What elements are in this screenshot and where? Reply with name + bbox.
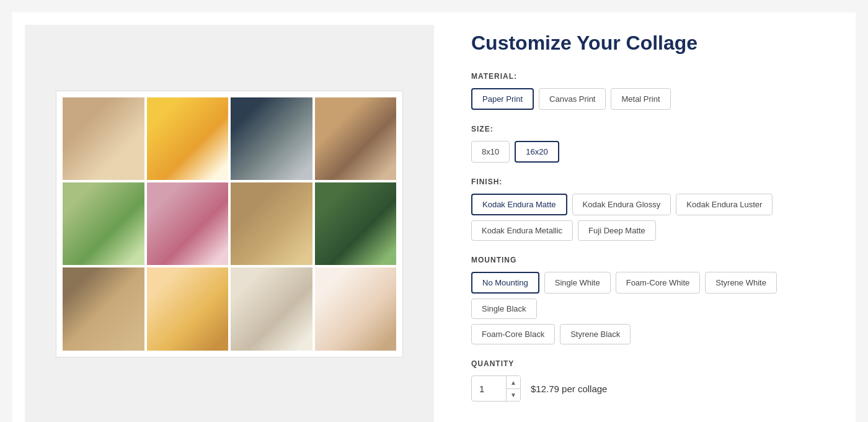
collage-photo-9 bbox=[63, 267, 144, 350]
collage-frame bbox=[56, 91, 403, 357]
option-single-white[interactable]: Single White bbox=[544, 272, 611, 294]
option-single-black[interactable]: Single Black bbox=[471, 299, 537, 319]
size-label: SIZE: bbox=[471, 125, 831, 133]
quantity-label: QUANTITY bbox=[471, 359, 831, 368]
option-no-mounting[interactable]: No Mounting bbox=[471, 272, 539, 294]
collage-photo-11 bbox=[231, 267, 312, 350]
collage-photo-5 bbox=[63, 182, 144, 265]
page-title: Customize Your Collage bbox=[471, 31, 831, 55]
collage-photo-10 bbox=[147, 267, 229, 350]
material-section: MATERIAL: Paper Print Canvas Print Metal… bbox=[471, 72, 831, 110]
option-kodak-luster[interactable]: Kodak Endura Luster bbox=[676, 194, 773, 215]
collage-photo-6 bbox=[147, 182, 229, 265]
page-container: Customize Your Collage MATERIAL: Paper P… bbox=[12, 12, 856, 422]
option-kodak-glossy[interactable]: Kodak Endura Glossy bbox=[572, 194, 671, 215]
quantity-up-button[interactable]: ▲ bbox=[507, 376, 520, 389]
collage-photo-12 bbox=[315, 267, 397, 350]
finish-options: Kodak Endura Matte Kodak Endura Glossy K… bbox=[471, 194, 831, 215]
mounting-options-row2: Foam-Core Black Styrene Black bbox=[471, 324, 831, 344]
quantity-section: QUANTITY 1 ▲ ▼ $12.79 per collage bbox=[471, 359, 831, 402]
material-label: MATERIAL: bbox=[471, 72, 831, 81]
option-foam-core-black[interactable]: Foam-Core Black bbox=[471, 324, 555, 344]
option-foam-core-white[interactable]: Foam-Core White bbox=[616, 272, 701, 294]
quantity-row: 1 ▲ ▼ $12.79 per collage bbox=[471, 375, 831, 402]
option-metal-print[interactable]: Metal Print bbox=[611, 88, 670, 110]
quantity-value: 1 bbox=[472, 384, 506, 394]
size-section: SIZE: 8x10 16x20 bbox=[471, 125, 831, 163]
size-options: 8x10 16x20 bbox=[471, 141, 831, 163]
option-fuji-deep-matte[interactable]: Fuji Deep Matte bbox=[578, 220, 656, 241]
mounting-label: MOUNTING bbox=[471, 256, 831, 264]
finish-options-row2: Kodak Endura Metallic Fuji Deep Matte bbox=[471, 220, 831, 241]
customize-panel: Customize Your Collage MATERIAL: Paper P… bbox=[459, 25, 843, 422]
price-text: $12.79 per collage bbox=[531, 384, 607, 394]
preview-panel bbox=[25, 25, 434, 422]
material-options: Paper Print Canvas Print Metal Print bbox=[471, 88, 831, 110]
mounting-section: MOUNTING No Mounting Single White Foam-C… bbox=[471, 256, 831, 344]
collage-photo-2 bbox=[147, 97, 229, 180]
collage-photo-3 bbox=[231, 97, 312, 180]
collage-photo-8 bbox=[315, 182, 397, 265]
option-styrene-white[interactable]: Styrene White bbox=[705, 272, 777, 294]
quantity-arrows: ▲ ▼ bbox=[506, 376, 520, 401]
quantity-down-button[interactable]: ▼ bbox=[507, 389, 520, 402]
mounting-options-row1: No Mounting Single White Foam-Core White… bbox=[471, 272, 831, 319]
option-styrene-black[interactable]: Styrene Black bbox=[560, 324, 631, 344]
option-kodak-matte[interactable]: Kodak Endura Matte bbox=[471, 194, 567, 215]
finish-label: FINISH: bbox=[471, 177, 831, 186]
finish-section: FINISH: Kodak Endura Matte Kodak Endura … bbox=[471, 177, 831, 241]
collage-photo-1 bbox=[63, 97, 144, 180]
option-paper-print[interactable]: Paper Print bbox=[471, 88, 534, 110]
option-canvas-print[interactable]: Canvas Print bbox=[539, 88, 606, 110]
quantity-spinner: 1 ▲ ▼ bbox=[471, 375, 521, 402]
option-16x20[interactable]: 16x20 bbox=[515, 141, 559, 163]
option-8x10[interactable]: 8x10 bbox=[471, 141, 510, 163]
collage-photo-7 bbox=[231, 182, 312, 265]
option-kodak-metallic[interactable]: Kodak Endura Metallic bbox=[471, 220, 573, 241]
collage-photo-4 bbox=[315, 97, 397, 180]
